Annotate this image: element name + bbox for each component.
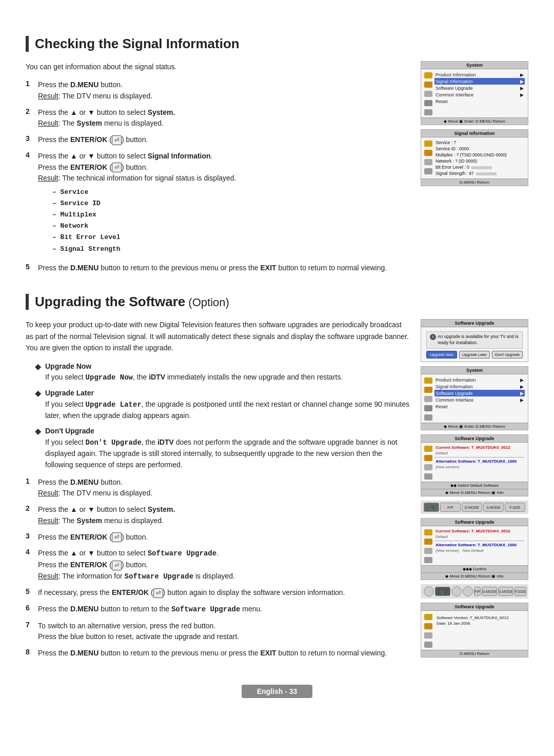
signal-strength-bar	[476, 172, 497, 175]
upgrade-screenshots: Software Upgrade i An upgrade is availab…	[421, 319, 528, 658]
smode-btn[interactable]: S.MODE	[483, 503, 504, 512]
screen-icons	[424, 71, 432, 115]
p-btn[interactable]: P/P	[440, 503, 461, 512]
screen-icons	[424, 528, 432, 563]
sw-upgrade-detail: Current Software: T_MUSTDUK0_0012 Defaul…	[434, 445, 525, 480]
step-num: 3	[26, 532, 34, 540]
upgrade-section: Upgrading the Software (Option) To keep …	[26, 294, 528, 664]
alt-sw: Alternative Software: T_MUSTDUK0_1000	[434, 459, 525, 464]
icon-4	[424, 642, 432, 648]
sw-upgrade-detail-screen-1: Software Upgrade Current Software: T_MUS…	[421, 434, 528, 496]
bit-error-bar	[471, 166, 492, 169]
sw-upgrade-detail-2: Current Software: T_MUSTDUK0_0012 Defaul…	[434, 528, 525, 563]
step-content: Press the D.MENU button. Result: The DTV…	[38, 477, 410, 499]
upgrade-now-code: Upgrade Now	[86, 373, 133, 382]
dont-upgrade-btn[interactable]: Don't Upgrade	[492, 351, 523, 359]
circle-btn-1[interactable]	[424, 586, 434, 596]
bullet-icon: ◆	[35, 426, 41, 436]
circle-btn-2[interactable]	[451, 586, 462, 596]
result-label: Result	[38, 572, 58, 580]
dmode-btn[interactable]: D.MODE	[462, 503, 482, 512]
bullet-content: Upgrade Later If you select Upgrade Late…	[45, 388, 410, 422]
step-num: 5	[26, 263, 34, 271]
p-btn-2[interactable]: P/P	[474, 587, 481, 596]
step-num: 7	[26, 621, 34, 629]
alt-sw: Alternative Software: T_MUSTDUK0_1000	[434, 542, 525, 548]
system-menu-screen-2: System Product Information ▶ Signal Info…	[421, 366, 528, 430]
screen-footer: ◆ Move ▣ Enter D.MENU Return	[421, 423, 528, 430]
info-icon: i	[430, 334, 436, 340]
upgrade-step-2: 2 Press the ▲ or ▼ button to select Syst…	[26, 504, 410, 526]
screen-menu: Product Information ▶ Signal Information…	[434, 71, 525, 115]
signal-step-2: 2 Press the ▲ or ▼ button to select Syst…	[26, 107, 410, 129]
step-content: Press the D.MENU button to return to the…	[38, 263, 410, 274]
current-sw: Current Software: T_MUSTDUK0_0012	[434, 528, 525, 534]
screen-icons	[424, 140, 432, 176]
enterok-label: ENTER/OK	[70, 135, 107, 144]
bullet-icon: ◆	[35, 362, 41, 371]
menu-item: Common Interface ▶	[434, 396, 525, 403]
step-num: 4	[26, 151, 34, 159]
signal-data: Service : ? Service ID : 0000 Multiplex …	[434, 140, 525, 176]
icon-tv	[424, 377, 432, 384]
sub-item: Multiplex	[52, 210, 410, 220]
step-content: Press the ▲ or ▼ button to select Signal…	[38, 151, 410, 257]
current-sw: Current Software: T_MUSTDUK0_0012	[434, 445, 525, 450]
upgrade-step-7: 7 To switch to an alternative version, p…	[26, 621, 410, 643]
upgrade-step-5: 5 If necessary, press the ENTER/OK (⏎) b…	[26, 587, 410, 599]
result-label: Result	[38, 119, 58, 127]
screen-footer: D.MENU Return	[421, 178, 528, 186]
system-menu-screen: System Product Information ▶ Signal Info…	[421, 61, 528, 125]
bullet-upgrade-later: ◆ Upgrade Later If you select Upgrade La…	[35, 388, 410, 422]
smode-btn-2[interactable]: S.MODE	[498, 587, 513, 596]
circle-btn-3[interactable]	[463, 586, 473, 596]
menu-item-highlighted: Signal Information ▶	[434, 78, 525, 85]
signal-step-1: 1 Press the D.MENU button. Result: The D…	[26, 79, 410, 102]
remote-row-1: 📺 P/P D.MODE S.MODE F.SIZE	[421, 501, 528, 514]
dmode-btn-2[interactable]: D.MODE	[482, 587, 497, 596]
sub-item: Signal Strength	[52, 244, 410, 254]
icon-3	[424, 159, 432, 165]
fsz-btn[interactable]: F.SIZE	[505, 503, 525, 512]
sub-item: Network	[52, 221, 410, 231]
menu-item: Reset	[434, 403, 525, 410]
upgrade-later-btn[interactable]: Upgrade Later	[459, 351, 490, 359]
screen-title: System	[421, 367, 528, 374]
icon-tv	[424, 446, 432, 452]
step-content: Press the D.MENU button to return to the…	[38, 648, 410, 659]
screen-title: Software Upgrade	[421, 320, 528, 327]
sub-item: Service	[52, 187, 410, 197]
dont-upgrade-code: Don't Upgrade	[86, 439, 142, 447]
icon-3	[424, 632, 432, 639]
new-version-label: (New version)	[434, 464, 525, 470]
signal-row: Signal Strength : 87	[434, 170, 525, 176]
upgrade-intro: To keep your product up-to-date with new…	[26, 319, 410, 353]
screen-footer: D.MENU Return	[421, 650, 528, 657]
screen-menu: Product Information ▶ Signal Information…	[434, 376, 525, 421]
upgrade-text-col: To keep your product up-to-date with new…	[26, 319, 410, 664]
step-num: 2	[26, 107, 34, 115]
screen-title: Software Upgrade	[421, 435, 528, 443]
fsz-btn-2[interactable]: F.SIZE	[515, 587, 526, 596]
screen-title: Signal Information	[421, 130, 528, 137]
upgrade-now-btn[interactable]: Upgrade Now	[426, 351, 457, 359]
signal-row: Bit Error Level : 0	[434, 164, 525, 170]
default-label: Default	[434, 534, 525, 540]
result-label: Result	[38, 92, 58, 100]
default-label: Default	[434, 450, 525, 456]
menu-item: Product Information ▶	[434, 71, 525, 78]
screen-title: System	[421, 62, 528, 69]
screen-title: Software Upgrade	[421, 603, 528, 611]
step-num: 1	[26, 477, 34, 485]
step-num: 8	[26, 648, 34, 656]
icon-4	[424, 168, 432, 174]
screen-footer-nav: ◆ Move D.MENU Return ▣ Info	[421, 489, 528, 496]
screen-footer-nav: ◆ Move D.MENU Return ▣ Info	[421, 572, 528, 580]
sw-upgrade-detail-screen-2: Software Upgrade Current Software: T_MUS…	[421, 518, 528, 580]
sub-item: Bit Error Level	[52, 232, 410, 243]
signal-row: Network : ? (ID 0000)	[434, 158, 525, 164]
signal-sub-list: Service Service ID Multiplex Network Bit…	[52, 187, 410, 254]
result-label: Result	[38, 174, 58, 182]
upgrade-banner: i An upgrade is available for your TV an…	[426, 331, 523, 349]
step-content: Press the ▲ or ▼ button to select System…	[38, 107, 410, 129]
